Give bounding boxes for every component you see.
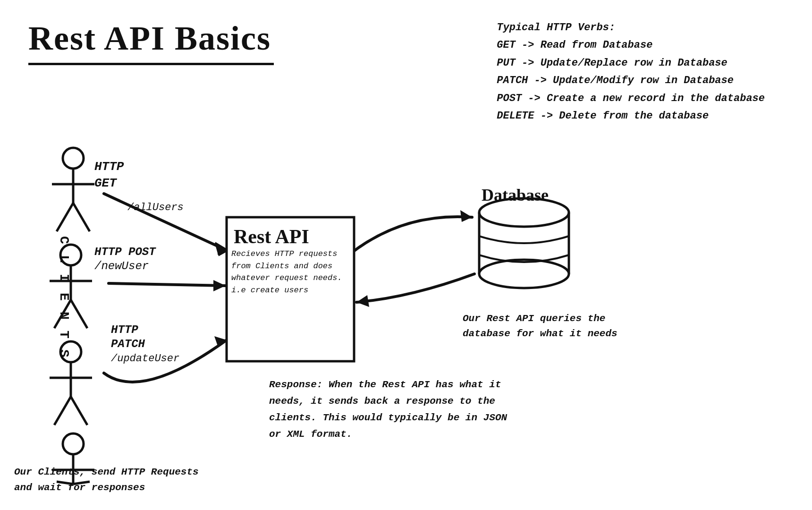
label-newuser: /newUser [94,260,149,272]
response-text-1: Response: When the Rest API has what it [269,379,501,390]
person3-leg-left [54,397,71,425]
label-patch: PATCH [111,338,145,350]
clients-vertical-e: E [57,293,71,301]
label-http2: HTTP [111,323,138,336]
http-verb-get: GET -> Read from Database [497,36,765,54]
http-verb-put: PUT -> Update/Replace row in Database [497,54,765,72]
rest-api-desc: Recieves HTTP requests from Clients and … [231,248,352,296]
person1-leg-right [73,203,90,231]
arrow-from-db-head [356,295,369,307]
clients-bottom-2: and wait for responses [14,482,145,493]
http-verbs-heading: Typical HTTP Verbs: [497,19,765,36]
arrow-post-head [213,280,226,291]
main-title: Rest API Basics [28,19,271,58]
response-text-2: needs, it sends back a response to the [269,396,495,407]
label-updateuser: /updateUser [111,353,179,365]
person2-leg-right [71,300,87,328]
label-http-post: HTTP POST [94,246,156,258]
person1-head [63,148,84,169]
page: Rest API Basics Typical HTTP Verbs: GET … [0,0,812,510]
title-underline [28,63,274,65]
queries-text-1: Our Rest API queries the [463,313,605,324]
db-shelf1 [479,236,569,243]
person3-leg-right [71,397,87,425]
clients-bottom-1: Our Clients, send HTTP Requests [14,467,199,477]
label-get: GET [94,176,117,190]
clients-vertical-c: C [57,236,71,244]
person4-head [63,434,84,454]
clients-vertical-s: S [57,349,71,357]
arrow-post-line [109,283,226,286]
diagram-svg: C L I E N T S HTTP [0,71,812,496]
arrow-to-db-up [355,217,472,250]
label-http: HTTP [94,160,124,174]
database-label: Database [482,186,549,204]
person1-leg-left [57,203,73,231]
rest-api-title: Rest API [234,226,309,247]
queries-text-2: database for what it needs [463,328,617,339]
clients-vertical-t: T [57,331,71,339]
response-text-3: clients. This would typically be in JSON [269,412,507,423]
arrow-from-db [356,274,474,302]
db-bottom-ellipse [479,260,569,288]
response-text-4: or XML format. [269,429,352,440]
